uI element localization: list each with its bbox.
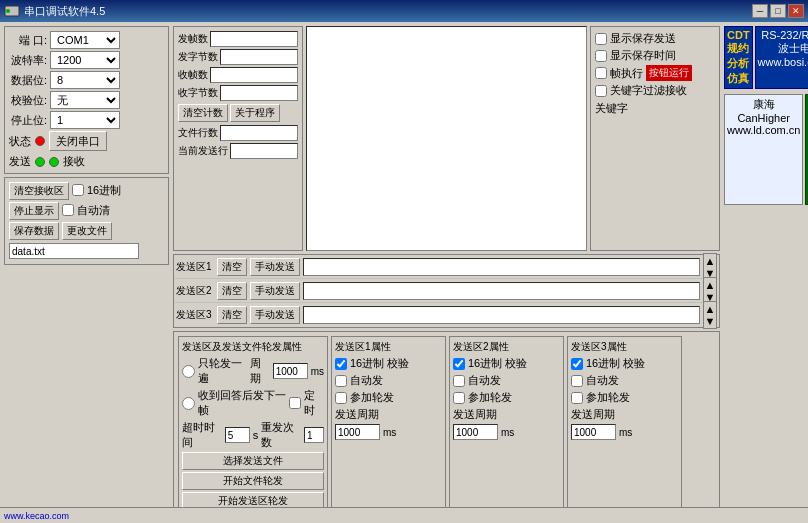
svg-point-1 — [6, 9, 10, 13]
clear-receive-button[interactable]: 清空接收区 — [9, 182, 69, 200]
select-file-button[interactable]: 选择发送文件 — [182, 452, 324, 470]
period-input[interactable] — [273, 363, 308, 379]
zone2-auto-label: 自动发 — [468, 373, 501, 388]
clear-send2-button[interactable]: 清空 — [217, 282, 247, 300]
save-data-button[interactable]: 保存数据 — [9, 222, 59, 240]
zone1-group-label: 参加轮发 — [350, 390, 394, 405]
after-reply-radio[interactable] — [182, 397, 195, 410]
cdt-line2: 分析仿真 — [727, 56, 750, 86]
zone1-hex-checkbox[interactable] — [335, 358, 347, 370]
start-file-button[interactable]: 开始文件轮发 — [182, 472, 324, 490]
only-once-row: 只轮发一遍 周期 ms — [182, 356, 324, 386]
zone2-period-row: 发送周期 — [453, 407, 560, 422]
bosi-box[interactable]: RS-232/RS-485 波士电子 www.bosi.com.cn — [755, 26, 808, 89]
filter-keyword-label: 关键字过滤接收 — [610, 83, 687, 98]
port-row: 端 口: COM1 — [9, 31, 164, 49]
zone2-auto-row: 自动发 — [453, 373, 560, 388]
send-label-3: 发送区3 — [176, 308, 214, 322]
send-row-1: 发送区1 清空 手动发送 ▲▼ — [174, 255, 719, 279]
about-button[interactable]: 关于程序 — [230, 104, 280, 122]
status-label: 状态 — [9, 134, 31, 149]
kanghai-line3: www.ld.com.cn — [727, 124, 800, 136]
zone2-hex-row: 16进制 校验 — [453, 356, 560, 371]
timeout-unit: s — [253, 429, 259, 441]
zone3-group-checkbox[interactable] — [571, 392, 583, 404]
clear-send1-button[interactable]: 清空 — [217, 258, 247, 276]
keyword-label: 关键字 — [595, 101, 628, 116]
zone2-attr-group: 发送区2属性 16进制 校验 自动发 参加轮发 发送周期 — [449, 336, 564, 514]
main-attr-title: 发送区及发送文件轮发属性 — [182, 340, 324, 354]
timeout-input[interactable] — [225, 427, 250, 443]
recv-frames-label: 收帧数 — [178, 68, 208, 82]
timing-checkbox[interactable] — [289, 397, 301, 409]
stats-panel: 发帧数 发字节数 收帧数 收字节数 清空计数 关于程序 — [173, 26, 303, 251]
send-input-3[interactable] — [303, 306, 700, 324]
minimize-button[interactable]: ─ — [752, 4, 768, 18]
zone3-hex-checkbox[interactable] — [571, 358, 583, 370]
send-input-2[interactable] — [303, 282, 700, 300]
frame-run-checkbox[interactable] — [595, 67, 607, 79]
auto-clean-checkbox[interactable] — [62, 204, 74, 216]
filter-keyword-checkbox[interactable] — [595, 85, 607, 97]
file-rows-label: 文件行数 — [178, 126, 218, 140]
stop-bits-row: 停止位: 1 — [9, 111, 164, 129]
only-once-label: 只轮发一遍 — [198, 356, 247, 386]
receive-area[interactable] — [306, 26, 587, 251]
port-select[interactable]: COM1 — [50, 31, 120, 49]
zone2-period-input[interactable] — [453, 424, 498, 440]
maximize-button[interactable]: □ — [770, 4, 786, 18]
hex16-checkbox[interactable] — [72, 184, 84, 196]
retry-input[interactable] — [304, 427, 324, 443]
send-receive-row: 发送 接收 — [9, 154, 164, 169]
bosi-line1: RS-232/RS-485 — [758, 29, 808, 41]
kanghai-box[interactable]: 康海 CanHigher www.ld.com.cn — [724, 94, 803, 205]
zone1-period-label: 发送周期 — [335, 407, 379, 422]
status-bar: www.kecao.com — [0, 507, 808, 523]
show-save-time-label: 显示保存时间 — [610, 48, 676, 63]
close-port-button[interactable]: 关闭串口 — [49, 131, 107, 151]
close-button[interactable]: ✕ — [788, 4, 804, 18]
kanghai-line2: CanHigher — [727, 112, 800, 124]
cdt-box[interactable]: CDT规约 分析仿真 — [724, 26, 753, 89]
zone2-hex-checkbox[interactable] — [453, 358, 465, 370]
bosi-line2: 波士电子 — [758, 41, 808, 56]
right-top-boxes: CDT规约 分析仿真 RS-232/RS-485 波士电子 www.bosi.c… — [724, 26, 804, 89]
show-save-time-checkbox[interactable] — [595, 50, 607, 62]
send-scroll-3[interactable]: ▲▼ — [703, 301, 717, 329]
baud-select[interactable]: 1200 — [50, 51, 120, 69]
zone2-group-checkbox[interactable] — [453, 392, 465, 404]
zone2-auto-checkbox[interactable] — [453, 375, 465, 387]
zone2-hex-label: 16进制 — [468, 356, 502, 371]
zone1-group-checkbox[interactable] — [335, 392, 347, 404]
auto-clean-check[interactable]: 自动清 — [62, 202, 110, 218]
zone1-auto-row: 自动发 — [335, 373, 442, 388]
manual-send3-button[interactable]: 手动发送 — [250, 306, 300, 324]
clear-count-button[interactable]: 清空计数 — [178, 104, 228, 122]
show-save-send-checkbox[interactable] — [595, 33, 607, 45]
zone1-period-input[interactable] — [335, 424, 380, 440]
manual-send1-button[interactable]: 手动发送 — [250, 258, 300, 276]
send-input-1[interactable] — [303, 258, 700, 276]
stop-bits-select[interactable]: 1 — [50, 111, 120, 129]
current-send-label: 当前发送行 — [178, 144, 228, 158]
save-buttons: 保存数据 更改文件 — [9, 222, 164, 240]
window-title: 串口调试软件4.5 — [24, 4, 752, 19]
hex16-check[interactable]: 16进制 — [72, 182, 121, 198]
port-label: 端 口: — [9, 33, 47, 48]
zone3-auto-checkbox[interactable] — [571, 375, 583, 387]
zone2-group-label: 参加轮发 — [468, 390, 512, 405]
keyword-row: 关键字 — [595, 101, 715, 116]
change-file-button[interactable]: 更改文件 — [62, 222, 112, 240]
manual-send2-button[interactable]: 手动发送 — [250, 282, 300, 300]
zone1-auto-checkbox[interactable] — [335, 375, 347, 387]
send-label: 发送 — [9, 154, 31, 169]
parity-select[interactable]: 无 — [50, 91, 120, 109]
only-once-radio[interactable] — [182, 365, 195, 378]
options-panel: 显示保存发送 显示保存时间 帧执行 按钮运行 关键字过滤接收 关键字 — [590, 26, 720, 251]
file-row — [9, 242, 164, 260]
stop-display-button[interactable]: 停止显示 — [9, 202, 59, 220]
data-bits-select[interactable]: 8 — [50, 71, 120, 89]
zone3-period-input[interactable] — [571, 424, 616, 440]
file-field[interactable] — [9, 243, 139, 259]
clear-send3-button[interactable]: 清空 — [217, 306, 247, 324]
